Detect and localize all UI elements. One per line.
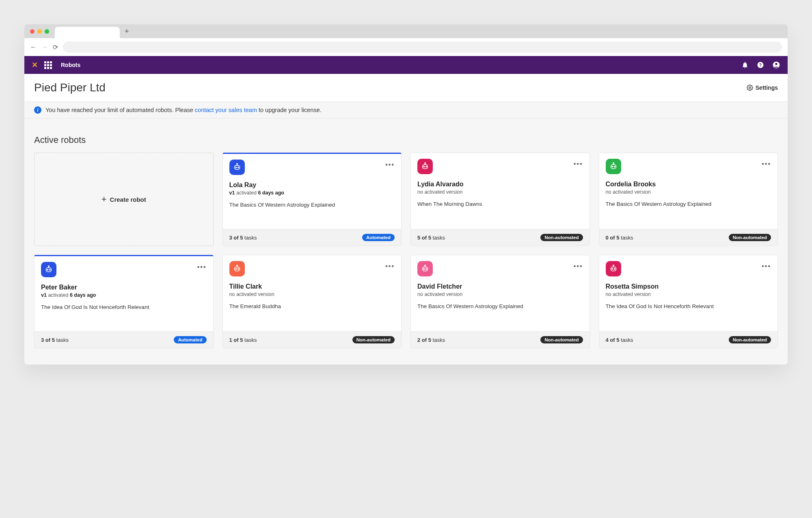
automation-badge: Automated: [362, 234, 395, 241]
apps-menu-icon[interactable]: [44, 61, 52, 69]
svg-point-28: [235, 268, 236, 269]
robot-icon: [229, 261, 245, 276]
notifications-icon[interactable]: [741, 61, 749, 69]
browser-tab[interactable]: [55, 27, 120, 38]
gear-icon: [747, 84, 753, 91]
app-logo[interactable]: ✕: [32, 60, 38, 69]
limit-banner: i You have reached your limit of automat…: [24, 101, 788, 119]
reload-button[interactable]: ⟳: [53, 43, 58, 51]
automation-badge: Non-automated: [540, 336, 583, 343]
task-count: 2 of 5 tasks: [417, 337, 445, 343]
card-more-button[interactable]: •••: [385, 160, 395, 168]
minimize-window-icon[interactable]: [37, 29, 42, 34]
svg-point-14: [426, 166, 427, 167]
robot-description: The Basics Of Western Astrology Explaine…: [417, 303, 583, 310]
robot-status: v1 activated 6 days ago: [229, 190, 395, 196]
forward-button[interactable]: →: [41, 43, 48, 51]
robot-card[interactable]: •••Peter Bakerv1 activated 6 days agoThe…: [34, 255, 214, 348]
robot-status: no activated version: [417, 291, 583, 297]
svg-point-18: [612, 166, 613, 167]
automation-badge: Non-automated: [352, 336, 395, 343]
task-count: 5 of 5 tasks: [417, 235, 445, 241]
task-count: 3 of 5 tasks: [41, 337, 69, 343]
robot-description: When The Morning Dawns: [417, 201, 583, 208]
robot-status: no activated version: [606, 291, 771, 297]
robot-name: Cordelia Brooks: [606, 181, 771, 188]
robot-card[interactable]: •••David Fletcherno activated versionThe…: [410, 255, 590, 348]
robot-icon: [606, 159, 621, 174]
automation-badge: Non-automated: [729, 336, 771, 343]
robot-icon: [229, 160, 245, 175]
close-window-icon[interactable]: [30, 29, 35, 34]
svg-point-33: [423, 268, 424, 269]
svg-point-38: [612, 268, 613, 269]
robot-status: no activated version: [229, 291, 395, 297]
create-robot-label: Create robot: [110, 196, 146, 203]
svg-point-34: [426, 268, 427, 269]
account-icon[interactable]: [772, 61, 780, 69]
robot-description: The Idea Of God Is Not Henceforth Releva…: [606, 303, 771, 310]
maximize-window-icon[interactable]: [45, 29, 49, 34]
robot-card[interactable]: •••Lola Rayv1 activated 6 days agoThe Ba…: [222, 153, 402, 246]
card-more-button[interactable]: •••: [197, 262, 207, 271]
svg-point-23: [47, 269, 48, 270]
url-bar[interactable]: [63, 41, 782, 53]
settings-button[interactable]: Settings: [747, 84, 778, 91]
card-footer: 4 of 5 tasksNon-automated: [599, 331, 778, 348]
svg-point-16: [613, 163, 613, 164]
header-section-label: Robots: [61, 62, 80, 68]
card-footer: 3 of 5 tasksAutomated: [223, 229, 402, 246]
svg-point-4: [749, 87, 751, 88]
card-footer: 0 of 5 tasksNon-automated: [599, 229, 778, 246]
settings-label: Settings: [756, 84, 778, 91]
browser-tab-strip: +: [24, 24, 788, 38]
robot-card[interactable]: •••Lydia Alvaradono activated versionWhe…: [410, 153, 590, 246]
svg-point-19: [614, 166, 615, 167]
robot-card[interactable]: •••Rosetta Simpsonno activated versionTh…: [599, 255, 778, 348]
card-more-button[interactable]: •••: [574, 261, 583, 270]
robot-status: no activated version: [417, 189, 583, 195]
svg-point-9: [238, 167, 238, 168]
robot-description: The Basics Of Western Astrology Explaine…: [606, 201, 771, 208]
page-title: Pied Piper Ltd: [34, 81, 106, 94]
help-icon[interactable]: ?: [757, 61, 764, 69]
task-count: 4 of 5 tasks: [606, 337, 633, 343]
card-more-button[interactable]: •••: [762, 159, 771, 168]
card-footer: 2 of 5 tasksNon-automated: [411, 331, 590, 348]
task-count: 1 of 5 tasks: [229, 337, 257, 343]
svg-point-29: [238, 268, 238, 269]
plus-icon: +: [102, 194, 107, 205]
task-count: 3 of 5 tasks: [229, 235, 257, 241]
svg-point-13: [423, 166, 424, 167]
back-button[interactable]: ←: [30, 43, 37, 51]
svg-text:?: ?: [759, 63, 762, 67]
card-footer: 1 of 5 tasksNon-automated: [223, 331, 402, 348]
robot-name: Peter Baker: [41, 284, 207, 291]
robot-card[interactable]: •••Cordelia Brooksno activated versionTh…: [599, 153, 778, 246]
page-title-row: Pied Piper Ltd Settings: [24, 74, 788, 101]
svg-point-36: [613, 265, 613, 266]
robot-name: Rosetta Simpson: [606, 283, 771, 290]
robots-grid: + Create robot •••Lola Rayv1 activated 6…: [34, 153, 778, 348]
svg-point-24: [50, 269, 50, 270]
svg-point-8: [235, 167, 236, 168]
automation-badge: Non-automated: [729, 234, 771, 241]
card-more-button[interactable]: •••: [385, 261, 395, 270]
robot-status: no activated version: [606, 189, 771, 195]
create-robot-card[interactable]: + Create robot: [34, 153, 214, 246]
banner-text: You have reached your limit of automated…: [45, 107, 322, 113]
new-tab-button[interactable]: +: [125, 27, 129, 36]
robot-description: The Idea Of God Is Not Henceforth Releva…: [41, 304, 207, 311]
robot-status: v1 activated 6 days ago: [41, 292, 207, 298]
robot-card[interactable]: •••Tillie Clarkno activated versionThe E…: [222, 255, 402, 348]
card-more-button[interactable]: •••: [762, 261, 771, 270]
contact-sales-link[interactable]: contact your sales team: [195, 107, 257, 113]
window-controls[interactable]: [30, 29, 49, 34]
svg-point-3: [775, 63, 777, 65]
content: Active robots + Create robot •••Lola Ray…: [24, 119, 788, 365]
robot-icon: [417, 261, 433, 276]
robot-icon: [417, 159, 433, 174]
card-footer: 5 of 5 tasksNon-automated: [411, 229, 590, 246]
card-more-button[interactable]: •••: [574, 159, 583, 168]
svg-point-21: [48, 266, 49, 267]
